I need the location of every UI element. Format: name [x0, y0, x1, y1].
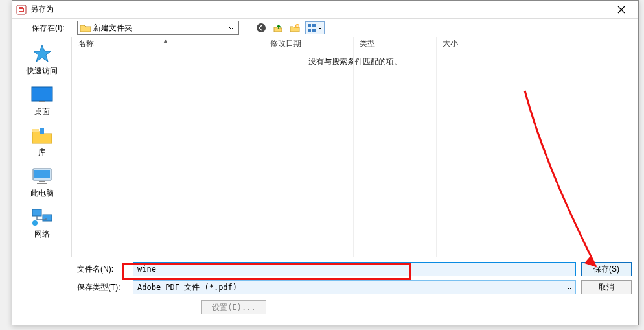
quick-access-icon: [30, 43, 54, 64]
empty-message: 没有与搜索条件匹配的项。: [308, 56, 402, 67]
sort-asc-icon: ▲: [163, 38, 168, 44]
svg-rect-5: [308, 29, 311, 32]
settings-button[interactable]: 设置(E)...: [201, 300, 266, 314]
bottom-fields: 文件名(N): 保存(S) 保存类型(T): Adobe PDF 文件 (*.p…: [12, 257, 638, 316]
svg-rect-7: [32, 87, 52, 101]
save-button[interactable]: 保存(S): [581, 262, 632, 276]
this-pc-icon: [30, 166, 54, 187]
column-date[interactable]: 修改日期: [264, 37, 353, 51]
save-button-label: 保存(S): [593, 264, 619, 275]
body-row: 快速访问 桌面 库 此电脑: [12, 37, 638, 257]
place-libraries[interactable]: 库: [12, 123, 71, 162]
save-as-dialog: 另存为 保存在(I): 新建文件夹: [12, 0, 639, 325]
place-label: 库: [38, 147, 46, 158]
svg-rect-6: [312, 29, 316, 32]
back-icon[interactable]: [255, 21, 268, 34]
up-one-level-icon[interactable]: [271, 21, 284, 34]
filename-row: 文件名(N): 保存(S): [77, 260, 632, 278]
filename-input[interactable]: [133, 262, 576, 276]
place-label: 此电脑: [30, 188, 54, 199]
location-text: 新建文件夹: [93, 23, 227, 34]
svg-rect-12: [34, 170, 50, 178]
svg-rect-13: [39, 181, 45, 182]
svg-rect-8: [39, 101, 45, 102]
filetype-value: Adobe PDF 文件 (*.pdf): [137, 282, 237, 293]
places-bar: 快速访问 桌面 库 此电脑: [12, 37, 72, 257]
list-body[interactable]: 没有与搜索条件匹配的项。: [72, 51, 638, 257]
list-headers: 名称 ▲ 修改日期 类型 大小: [72, 37, 638, 51]
chevron-down-icon[interactable]: [227, 21, 236, 34]
toolbar-icons: [255, 21, 325, 34]
chevron-down-icon: [566, 283, 573, 292]
dialog-title: 另存为: [30, 4, 608, 15]
save-in-row: 保存在(I): 新建文件夹: [12, 19, 638, 37]
filetype-label: 保存类型(T):: [77, 282, 128, 293]
place-label: 桌面: [34, 106, 50, 117]
place-network[interactable]: 网络: [12, 204, 71, 244]
svg-rect-10: [40, 128, 44, 134]
close-button[interactable]: [608, 1, 634, 18]
column-size[interactable]: 大小: [436, 37, 514, 51]
svg-point-1: [257, 23, 266, 32]
column-name-label: 名称: [78, 38, 94, 49]
place-this-pc[interactable]: 此电脑: [12, 163, 71, 203]
cancel-button[interactable]: 取消: [581, 280, 632, 294]
network-icon: [30, 207, 54, 228]
svg-rect-4: [312, 24, 316, 27]
filename-label: 文件名(N):: [77, 264, 128, 275]
svg-rect-14: [37, 183, 47, 184]
svg-point-17: [32, 220, 38, 226]
desktop-icon: [30, 84, 54, 105]
column-type-label: 类型: [360, 38, 375, 49]
file-list-view: 名称 ▲ 修改日期 类型 大小 没有与搜索条件匹配的项。: [72, 37, 638, 257]
location-combo[interactable]: 新建文件夹: [77, 21, 239, 35]
column-date-label: 修改日期: [270, 38, 301, 49]
place-label: 快速访问: [27, 65, 58, 77]
folder-icon: [80, 23, 91, 32]
column-size-label: 大小: [443, 38, 458, 49]
titlebar: 另存为: [12, 1, 638, 19]
place-label: 网络: [34, 229, 50, 240]
settings-row: 设置(E)...: [77, 296, 632, 314]
libraries-icon: [30, 125, 54, 146]
filetype-row: 保存类型(T): Adobe PDF 文件 (*.pdf) 取消: [77, 278, 632, 296]
cancel-button-label: 取消: [599, 282, 614, 293]
column-name[interactable]: 名称 ▲: [72, 37, 264, 51]
svg-rect-3: [308, 24, 311, 27]
svg-rect-15: [32, 209, 41, 216]
column-type[interactable]: 类型: [353, 37, 436, 51]
settings-button-label: 设置(E)...: [212, 302, 255, 313]
svg-rect-9: [32, 129, 39, 132]
view-menu-icon[interactable]: [305, 21, 325, 34]
place-desktop[interactable]: 桌面: [12, 82, 71, 121]
filetype-combo[interactable]: Adobe PDF 文件 (*.pdf): [133, 280, 576, 294]
save-in-label: 保存在(I):: [32, 23, 72, 34]
app-icon: [16, 5, 27, 15]
new-folder-icon[interactable]: [288, 21, 301, 34]
place-quick-access[interactable]: 快速访问: [12, 41, 71, 80]
